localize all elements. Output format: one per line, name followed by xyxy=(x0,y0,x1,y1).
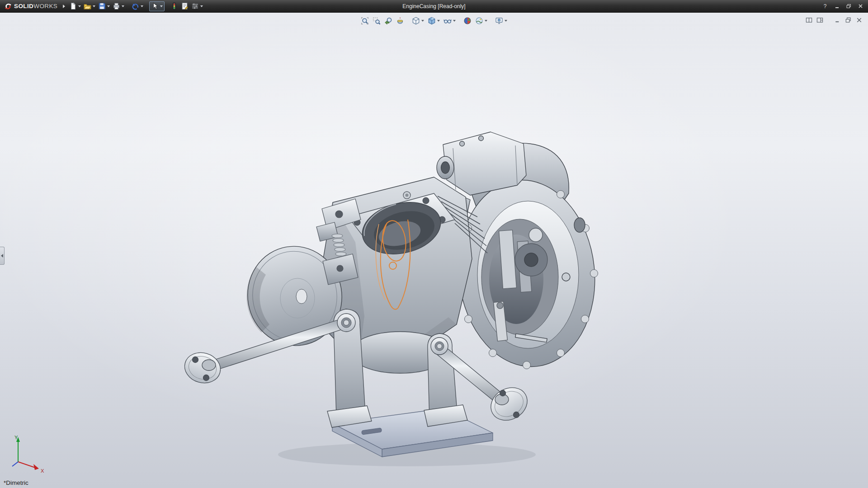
dropdown-caret-icon[interactable] xyxy=(453,20,456,22)
brand-bold: SOLID xyxy=(14,3,33,9)
view-settings-icon xyxy=(495,17,503,25)
minimize-icon xyxy=(834,3,840,9)
edit-appearance-icon xyxy=(463,17,472,25)
reference-triad: Y X xyxy=(4,433,49,474)
options-icon xyxy=(191,2,199,10)
select-button[interactable] xyxy=(149,1,165,11)
model-canvas[interactable] xyxy=(0,13,868,488)
dassault-logo-icon xyxy=(4,2,12,10)
orientation-label: *Dimetric xyxy=(4,479,28,486)
apply-scene-icon xyxy=(475,17,483,25)
graphics-area[interactable]: Y X *Dimetric xyxy=(0,13,868,488)
document-title: EngineCasing [Read-only] xyxy=(402,0,465,13)
select-icon xyxy=(151,2,159,10)
app-minimize-button[interactable] xyxy=(833,3,841,10)
dropdown-caret-icon[interactable] xyxy=(200,5,203,7)
print-icon xyxy=(113,2,120,10)
zoom-to-area-button[interactable] xyxy=(371,15,382,26)
brand-light: WORKS xyxy=(33,3,57,9)
dropdown-caret-icon[interactable] xyxy=(122,5,124,7)
dropdown-caret-icon[interactable] xyxy=(160,5,163,7)
hide-show-items-button[interactable] xyxy=(442,15,457,26)
standard-toolbar xyxy=(68,0,204,12)
triad-y-label: Y xyxy=(14,435,18,440)
window-minimize-icon xyxy=(834,17,841,23)
new-document-button[interactable] xyxy=(68,1,82,11)
save-icon xyxy=(98,2,106,10)
section-view-button[interactable] xyxy=(395,15,406,26)
display-style-button[interactable] xyxy=(426,15,441,26)
zoom-to-fit-icon xyxy=(361,17,369,25)
dropdown-caret-icon[interactable] xyxy=(505,20,507,22)
pane-split-button[interactable] xyxy=(805,15,813,24)
pane-split-icon xyxy=(806,17,812,23)
brand-name: SOLIDWORKS xyxy=(14,3,57,9)
window-restore-icon xyxy=(845,17,852,23)
app-close-button[interactable] xyxy=(856,3,864,10)
previous-view-button[interactable] xyxy=(383,15,394,26)
pane-preview-button[interactable] xyxy=(816,15,824,24)
window-close-button[interactable] xyxy=(855,15,863,24)
window-minimize-button[interactable] xyxy=(833,15,842,24)
file-properties-button[interactable] xyxy=(179,1,190,11)
engine-casing-model[interactable] xyxy=(181,132,604,466)
file-properties-icon xyxy=(181,2,189,10)
dropdown-caret-icon[interactable] xyxy=(485,20,487,22)
dropdown-caret-icon[interactable] xyxy=(107,5,110,7)
close-icon xyxy=(858,3,863,9)
rod-hub-left-bolt[interactable] xyxy=(344,320,349,325)
dropdown-caret-icon[interactable] xyxy=(141,5,143,7)
heads-up-view-toolbar xyxy=(359,15,509,26)
dropdown-caret-icon[interactable] xyxy=(78,5,81,7)
solidworks-brand: SOLIDWORKS xyxy=(0,2,62,10)
window-controls: ? xyxy=(821,3,868,10)
featuremanager-collapsed-tab[interactable] xyxy=(0,247,5,265)
dropdown-caret-icon[interactable] xyxy=(421,20,424,22)
pane-preview-icon xyxy=(816,17,823,23)
open-document-icon xyxy=(84,2,91,10)
rod-hub-right-bolt[interactable] xyxy=(437,344,442,349)
window-restore-button[interactable] xyxy=(844,15,853,24)
view-settings-button[interactable] xyxy=(494,15,509,26)
app-restore-button[interactable] xyxy=(844,3,853,10)
previous-view-icon xyxy=(384,17,392,25)
dropdown-caret-icon[interactable] xyxy=(93,5,95,7)
edit-appearance-button[interactable] xyxy=(462,15,473,26)
undo-icon xyxy=(132,2,139,10)
titlebar: SOLIDWORKS EngineCasing [Read-only] ? xyxy=(0,0,868,13)
hide-show-items-icon xyxy=(443,17,452,25)
options-button[interactable] xyxy=(190,1,204,11)
rebuild-icon xyxy=(170,2,178,10)
zoom-to-area-icon xyxy=(373,17,381,25)
apply-scene-button[interactable] xyxy=(474,15,489,26)
new-document-icon xyxy=(69,2,77,10)
view-orientation-icon xyxy=(412,17,420,25)
save-button[interactable] xyxy=(97,1,111,11)
open-document-button[interactable] xyxy=(82,1,97,11)
menu-expand-arrow-icon[interactable] xyxy=(63,5,65,8)
dropdown-caret-icon[interactable] xyxy=(437,20,440,22)
zoom-to-fit-button[interactable] xyxy=(359,15,370,26)
undo-button[interactable] xyxy=(130,1,145,11)
expand-panel-arrow-icon xyxy=(1,254,3,258)
view-orientation-button[interactable] xyxy=(410,15,425,26)
restore-icon xyxy=(846,3,852,9)
document-window-controls xyxy=(805,15,863,24)
window-close-icon xyxy=(856,17,863,23)
triad-x-label: X xyxy=(41,468,44,474)
section-view-icon xyxy=(396,17,404,25)
help-button[interactable]: ? xyxy=(821,3,829,10)
rebuild-button[interactable] xyxy=(169,1,179,11)
display-style-icon xyxy=(428,17,436,25)
print-button[interactable] xyxy=(111,1,126,11)
